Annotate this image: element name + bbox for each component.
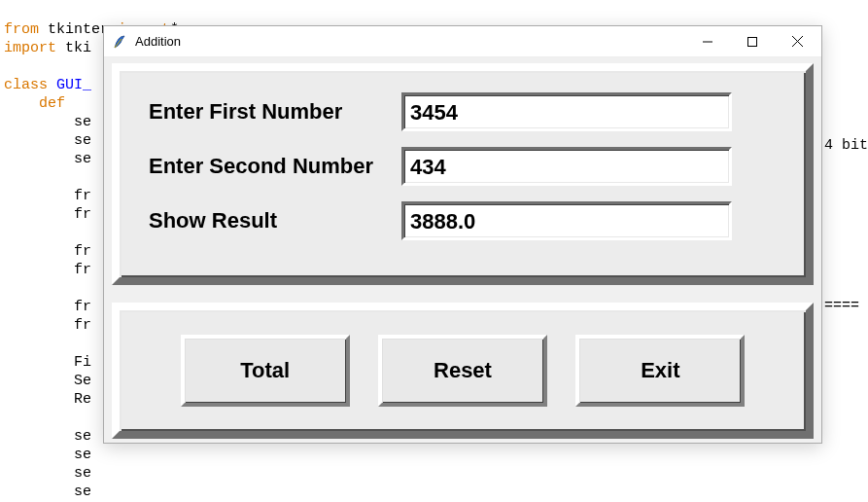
exit-button[interactable]: Exit	[575, 335, 745, 407]
reset-button[interactable]: Reset	[378, 335, 547, 407]
first-number-row: Enter First Number 3454	[149, 85, 786, 139]
second-number-row: Enter Second Number 434	[149, 139, 786, 194]
close-button[interactable]	[775, 27, 819, 56]
minimize-button[interactable]	[685, 27, 730, 56]
result-output[interactable]: 3888.0	[401, 201, 732, 240]
addition-window: Addition Enter First Number 3454 Enter S…	[103, 25, 822, 444]
window-title: Addition	[135, 34, 685, 49]
second-number-input[interactable]: 434	[401, 147, 732, 186]
svg-rect-1	[748, 37, 757, 46]
total-button[interactable]: Total	[181, 335, 350, 407]
second-number-label: Enter Second Number	[149, 154, 401, 179]
titlebar[interactable]: Addition	[104, 26, 821, 57]
result-row: Show Result 3888.0	[149, 194, 786, 248]
tkinter-feather-icon	[112, 34, 127, 50]
result-label: Show Result	[149, 208, 401, 233]
first-number-input[interactable]: 3454	[401, 92, 732, 131]
first-number-label: Enter First Number	[149, 99, 401, 125]
console-right-fragment: 4 bit ====	[824, 99, 868, 352]
client-area: Enter First Number 3454 Enter Second Num…	[104, 57, 821, 443]
input-frame: Enter First Number 3454 Enter Second Num…	[112, 63, 814, 285]
maximize-button[interactable]	[730, 27, 775, 56]
button-frame: Total Reset Exit	[112, 303, 814, 439]
